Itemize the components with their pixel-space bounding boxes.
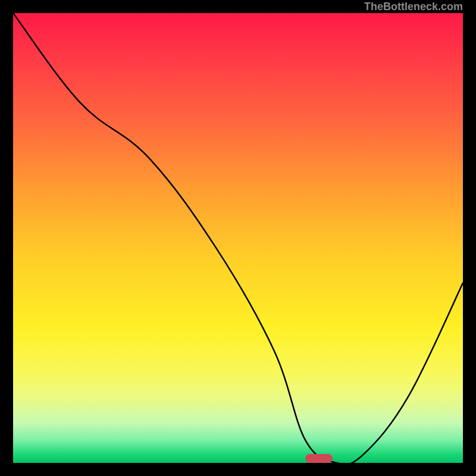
optimum-marker <box>305 454 332 463</box>
chart-frame: TheBottleneck.com <box>0 0 476 476</box>
plot-area <box>13 13 463 463</box>
gradient-background <box>13 13 463 463</box>
watermark-text: TheBottleneck.com <box>364 0 463 13</box>
